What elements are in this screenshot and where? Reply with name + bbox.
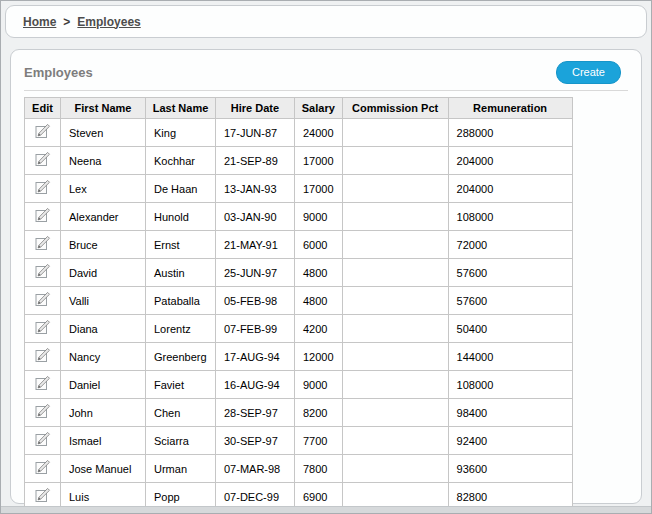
breadcrumb: Home > Employees (5, 5, 647, 38)
edit-pencil-icon (34, 263, 51, 280)
edit-pencil-icon (34, 291, 51, 308)
cell-hire-date: 17-AUG-94 (216, 343, 295, 371)
table-row: Bruce Ernst 21-MAY-91 6000 72000 (25, 231, 573, 259)
edit-row-button[interactable] (34, 459, 51, 476)
edit-row-button[interactable] (34, 375, 51, 392)
cell-commission-pct (342, 175, 448, 203)
cell-last-name: Sciarra (146, 427, 216, 455)
region-title: Employees (24, 65, 93, 80)
cell-commission-pct (342, 399, 448, 427)
cell-first-name: Neena (61, 147, 146, 175)
cell-hire-date: 13-JAN-93 (216, 175, 295, 203)
edit-row-button[interactable] (34, 431, 51, 448)
edit-row-button[interactable] (34, 263, 51, 280)
page-bottom-band (1, 506, 651, 513)
cell-commission-pct (342, 231, 448, 259)
edit-row-button[interactable] (34, 487, 51, 504)
cell-hire-date: 25-JUN-97 (216, 259, 295, 287)
edit-pencil-icon (34, 403, 51, 420)
cell-remuneration: 50400 (448, 315, 572, 343)
cell-remuneration: 98400 (448, 399, 572, 427)
cell-commission-pct (342, 119, 448, 147)
table-row: Diana Lorentz 07-FEB-99 4200 50400 (25, 315, 573, 343)
table-row: Nancy Greenberg 17-AUG-94 12000 144000 (25, 343, 573, 371)
edit-row-button[interactable] (34, 207, 51, 224)
edit-cell (25, 399, 61, 427)
cell-last-name: Lorentz (146, 315, 216, 343)
edit-cell (25, 455, 61, 483)
cell-salary: 7800 (295, 455, 343, 483)
cell-last-name: Hunold (146, 203, 216, 231)
table-row: Alexander Hunold 03-JAN-90 9000 108000 (25, 203, 573, 231)
cell-first-name: Nancy (61, 343, 146, 371)
cell-commission-pct (342, 259, 448, 287)
edit-row-button[interactable] (34, 235, 51, 252)
cell-salary: 24000 (295, 119, 343, 147)
edit-row-button[interactable] (34, 179, 51, 196)
edit-row-button[interactable] (34, 123, 51, 140)
cell-first-name: Daniel (61, 371, 146, 399)
cell-commission-pct (342, 315, 448, 343)
cell-remuneration: 93600 (448, 455, 572, 483)
cell-salary: 17000 (295, 147, 343, 175)
edit-pencil-icon (34, 235, 51, 252)
cell-salary: 6000 (295, 231, 343, 259)
edit-pencil-icon (34, 375, 51, 392)
cell-salary: 4800 (295, 287, 343, 315)
breadcrumb-link-employees[interactable]: Employees (77, 15, 140, 29)
cell-hire-date: 16-AUG-94 (216, 371, 295, 399)
edit-row-button[interactable] (34, 319, 51, 336)
column-header-salary: Salary (295, 98, 343, 119)
edit-row-button[interactable] (34, 347, 51, 364)
cell-salary: 17000 (295, 175, 343, 203)
cell-hire-date: 21-SEP-89 (216, 147, 295, 175)
cell-remuneration: 57600 (448, 259, 572, 287)
cell-remuneration: 108000 (448, 203, 572, 231)
cell-hire-date: 05-FEB-98 (216, 287, 295, 315)
edit-cell (25, 119, 61, 147)
cell-last-name: Ernst (146, 231, 216, 259)
cell-first-name: Diana (61, 315, 146, 343)
cell-hire-date: 03-JAN-90 (216, 203, 295, 231)
cell-salary: 4800 (295, 259, 343, 287)
edit-pencil-icon (34, 151, 51, 168)
breadcrumb-separator: > (63, 15, 70, 29)
cell-commission-pct (342, 287, 448, 315)
create-button[interactable]: Create (556, 61, 621, 84)
cell-last-name: Pataballa (146, 287, 216, 315)
column-header-commission-pct: Commission Pct (342, 98, 448, 119)
edit-row-button[interactable] (34, 291, 51, 308)
cell-hire-date: 07-FEB-99 (216, 315, 295, 343)
cell-first-name: Steven (61, 119, 146, 147)
cell-first-name: Bruce (61, 231, 146, 259)
edit-cell (25, 147, 61, 175)
employees-region: Employees Create Edit First Name Last Na… (10, 49, 642, 504)
edit-pencil-icon (34, 207, 51, 224)
table-row: Jose Manuel Urman 07-MAR-98 7800 93600 (25, 455, 573, 483)
cell-commission-pct (342, 343, 448, 371)
table-row: Ismael Sciarra 30-SEP-97 7700 92400 (25, 427, 573, 455)
edit-cell (25, 427, 61, 455)
table-row: Neena Kochhar 21-SEP-89 17000 204000 (25, 147, 573, 175)
cell-first-name: Jose Manuel (61, 455, 146, 483)
edit-cell (25, 231, 61, 259)
cell-commission-pct (342, 427, 448, 455)
cell-remuneration: 92400 (448, 427, 572, 455)
breadcrumb-link-home[interactable]: Home (23, 15, 56, 29)
cell-salary: 9000 (295, 371, 343, 399)
cell-remuneration: 204000 (448, 175, 572, 203)
edit-cell (25, 315, 61, 343)
edit-row-button[interactable] (34, 151, 51, 168)
cell-remuneration: 144000 (448, 343, 572, 371)
column-header-edit: Edit (25, 98, 61, 119)
column-header-last-name: Last Name (146, 98, 216, 119)
cell-salary: 8200 (295, 399, 343, 427)
cell-remuneration: 204000 (448, 147, 572, 175)
column-header-remuneration: Remuneration (448, 98, 572, 119)
edit-row-button[interactable] (34, 403, 51, 420)
cell-first-name: John (61, 399, 146, 427)
cell-salary: 9000 (295, 203, 343, 231)
column-header-first-name: First Name (61, 98, 146, 119)
edit-pencil-icon (34, 487, 51, 504)
edit-pencil-icon (34, 319, 51, 336)
